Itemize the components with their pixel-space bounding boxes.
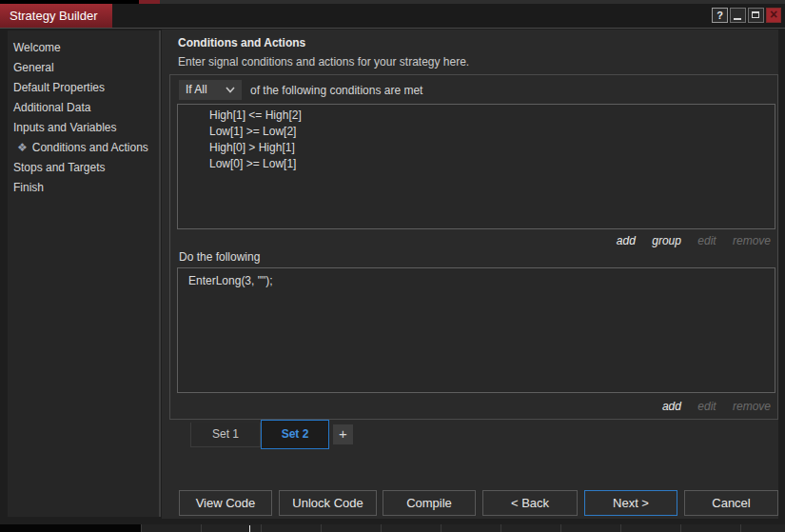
condition-mode-dropdown[interactable]: If All xyxy=(179,80,242,100)
close-button[interactable]: × xyxy=(766,8,781,23)
minimize-icon xyxy=(734,18,741,20)
actions-links: add edit remove xyxy=(649,400,771,413)
tab-set-2[interactable]: Set 2 xyxy=(261,420,329,449)
compile-button[interactable]: Compile xyxy=(383,490,476,516)
maximize-icon xyxy=(752,11,759,18)
tab-set-1[interactable]: Set 1 xyxy=(190,423,261,447)
conditions-listbox[interactable]: High[1] <= High[2] Low[1] >= Low[2] High… xyxy=(177,104,775,229)
sidebar-item-general[interactable]: General xyxy=(8,58,159,78)
condition-item[interactable]: Low[1] >= Low[2] xyxy=(178,124,775,140)
sidebar-item-welcome[interactable]: Welcome xyxy=(8,38,159,58)
minimize-button[interactable] xyxy=(730,8,746,23)
action-remove-link: remove xyxy=(733,400,771,413)
condition-add-link[interactable]: add xyxy=(617,234,636,247)
page-description: Enter signal conditions and actions for … xyxy=(178,55,469,69)
sidebar-item-default-properties[interactable]: Default Properties xyxy=(8,78,159,98)
add-set-button[interactable]: + xyxy=(333,424,353,444)
sidebar-item-finish[interactable]: Finish xyxy=(8,178,159,198)
conditions-links: add group edit remove xyxy=(603,234,771,247)
actions-section-label: Do the following xyxy=(179,250,260,264)
set-content-groupbox: If All of the following conditions are m… xyxy=(169,74,778,420)
condition-item[interactable]: High[0] > High[1] xyxy=(178,140,775,156)
condition-edit-link: edit xyxy=(697,234,716,247)
help-icon: ? xyxy=(716,10,723,21)
page-title: Conditions and Actions xyxy=(178,36,305,49)
help-button[interactable]: ? xyxy=(712,8,728,23)
sidebar-item-stops-and-targets[interactable]: Stops and Targets xyxy=(8,158,159,178)
strategy-builder-window: Strategy Builder ? × Welcome General Def… xyxy=(0,0,785,532)
sidebar-item-inputs-and-variables[interactable]: Inputs and Variables xyxy=(8,118,159,138)
window-title: Strategy Builder xyxy=(0,4,112,28)
sidebar-item-label: Conditions and Actions xyxy=(32,141,148,154)
condition-group-link[interactable]: group xyxy=(652,234,681,247)
background-bottom-left xyxy=(0,524,141,532)
action-add-link[interactable]: add xyxy=(662,400,681,413)
condition-item[interactable]: Low[0] >= Low[1] xyxy=(178,156,775,172)
condition-mode-value: If All xyxy=(186,83,207,96)
actions-listbox[interactable]: EnterLong(3, ""); xyxy=(177,267,775,393)
action-item[interactable]: EnterLong(3, ""); xyxy=(178,273,775,289)
maximize-button[interactable] xyxy=(748,8,764,23)
condition-item[interactable]: High[1] <= High[2] xyxy=(178,108,775,124)
background-axis-tick xyxy=(249,525,250,532)
chevron-down-icon xyxy=(226,87,235,93)
cancel-button[interactable]: Cancel xyxy=(684,490,778,516)
sidebar-item-conditions-and-actions[interactable]: ❖Conditions and Actions xyxy=(8,138,159,158)
sidebar-item-additional-data[interactable]: Additional Data xyxy=(8,98,159,118)
close-icon: × xyxy=(770,7,777,22)
conditions-met-label: of the following conditions are met xyxy=(250,84,422,97)
plus-icon: + xyxy=(339,425,347,442)
back-button[interactable]: < Back xyxy=(482,490,578,516)
titlebar[interactable] xyxy=(0,4,785,28)
unlock-code-button[interactable]: Unlock Code xyxy=(279,490,377,516)
background-bottom-axis xyxy=(141,524,785,532)
view-code-button[interactable]: View Code xyxy=(179,490,272,516)
current-step-icon: ❖ xyxy=(17,141,28,154)
wizard-step-list: Welcome General Default Properties Addit… xyxy=(8,30,161,517)
action-edit-link: edit xyxy=(697,400,716,413)
next-button[interactable]: Next > xyxy=(584,490,677,516)
condition-remove-link: remove xyxy=(733,234,771,247)
